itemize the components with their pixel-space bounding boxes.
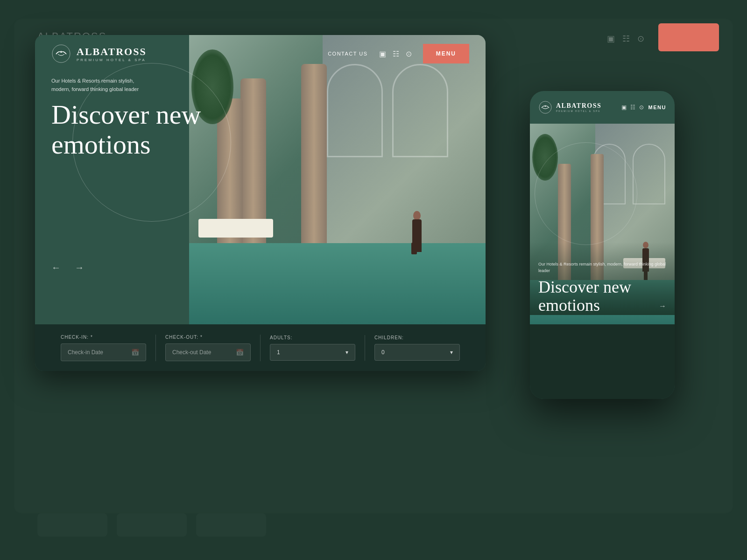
desktop-social-icons: ▣ ☷ ⊙ [379, 49, 412, 58]
mobile-next-arrow[interactable]: → [659, 302, 666, 310]
desktop-carousel-arrows: ← → [51, 262, 84, 273]
desktop-next-arrow[interactable]: → [75, 262, 84, 273]
desktop-menu-button[interactable]: MENU [423, 44, 469, 63]
desktop-adults-label: Adults: [270, 335, 355, 340]
desktop-logo: ALBATROSS PREMIUM HOTEL & SPA [51, 44, 147, 63]
desktop-adults-field: Adults: 1 ▾ [261, 335, 365, 361]
bg-social-icon-3: ⊙ [637, 34, 644, 44]
desktop-brand-tagline: PREMIUM HOTEL & SPA [77, 58, 147, 62]
desktop-hero-title-line2: emotions [51, 129, 151, 160]
svg-point-2 [539, 101, 551, 113]
desktop-children-label: Children: [374, 335, 460, 340]
desktop-hero-title: Discover new emotions [51, 100, 201, 160]
bg-tab-2 [117, 513, 187, 537]
desktop-checkin-calendar-icon: 📅 [131, 349, 139, 356]
mobile-hero-title-line1: Discover new [538, 278, 631, 296]
bg-tab-1 [37, 513, 107, 537]
mobile-menu-button[interactable]: MENU [648, 105, 666, 110]
mobile-brand-name: ALBATROSS [556, 102, 601, 110]
desktop-adults-chevron: ▾ [345, 349, 348, 356]
svg-point-1 [60, 51, 62, 53]
mobile-hero-subtitle: Our Hotels & Resorts remain stylish, mod… [538, 261, 666, 274]
desktop-logo-icon [51, 44, 71, 63]
desktop-children-value: 0 [381, 349, 385, 356]
instagram-icon[interactable]: ⊙ [406, 49, 412, 58]
background-social-icons: ▣ ☷ ⊙ [607, 34, 644, 44]
desktop-navbar: ALBATROSS PREMIUM HOTEL & SPA CONTACT US… [35, 35, 486, 72]
desktop-figure-head [413, 211, 421, 220]
desktop-hero-scene [189, 35, 486, 324]
desktop-nav-right: CONTACT US ▣ ☷ ⊙ MENU [328, 44, 469, 63]
desktop-children-chevron: ▾ [450, 349, 453, 356]
desktop-figure-leg [411, 243, 417, 254]
background-bottom-tabs [37, 513, 266, 537]
desktop-prev-arrow[interactable]: ← [51, 262, 61, 273]
foursquare-icon[interactable]: ▣ [379, 49, 386, 58]
mobile-nav-right: ▣ ☷ ⊙ MENU [621, 104, 666, 111]
desktop-adults-select[interactable]: 1 ▾ [270, 344, 355, 361]
mobile-carousel-arrows: ← → [538, 302, 666, 310]
desktop-hero-title-line1: Discover new [51, 99, 201, 130]
desktop-checkout-placeholder: Check-out Date [172, 349, 211, 356]
bg-social-icon-1: ▣ [607, 34, 615, 44]
desktop-figure [409, 196, 425, 252]
tripadvisor-icon[interactable]: ☷ [393, 49, 399, 58]
mobile-tripadvisor-icon[interactable]: ☷ [630, 104, 635, 111]
desktop-logo-text: ALBATROSS PREMIUM HOTEL & SPA [77, 46, 147, 62]
desktop-hero: Our Hotels & Resorts remain stylish, mod… [35, 35, 486, 324]
mobile-mockup: ALBATROSS PREMIUM HOTEL & SPA ▣ ☷ ⊙ MENU [530, 91, 675, 399]
desktop-checkout-label: Check-out: * [165, 335, 251, 340]
desktop-arch-1 [392, 64, 448, 157]
mobile-brand-tagline: PREMIUM HOTEL & SPA [556, 110, 601, 112]
desktop-mockup: ALBATROSS PREMIUM HOTEL & SPA CONTACT US… [35, 35, 486, 371]
desktop-brand-name: ALBATROSS [77, 46, 147, 58]
mobile-logo: ALBATROSS PREMIUM HOTEL & SPA [538, 100, 601, 114]
desktop-checkout-input[interactable]: Check-out Date 📅 [165, 343, 251, 361]
mobile-arch-1 [633, 144, 665, 204]
contact-us-link[interactable]: CONTACT US [328, 51, 368, 56]
mobile-logo-icon [538, 100, 552, 114]
desktop-hero-subtitle: Our Hotels & Resorts remain stylish, mod… [51, 77, 154, 93]
mobile-logo-text: ALBATROSS PREMIUM HOTEL & SPA [556, 102, 601, 112]
mobile-hero: Our Hotels & Resorts remain stylish, mod… [530, 124, 675, 324]
desktop-children-field: Children: 0 ▾ [365, 335, 469, 361]
desktop-checkout-field: Check-out: * Check-out Date 📅 [156, 335, 261, 361]
desktop-checkin-input[interactable]: Check-in Date 📅 [61, 343, 146, 361]
desktop-booking-bar: Check-in: * Check-in Date 📅 Check-out: *… [35, 324, 486, 371]
desktop-checkout-calendar-icon: 📅 [236, 349, 244, 356]
svg-point-3 [545, 105, 546, 107]
desktop-checkin-label: Check-in: * [61, 335, 146, 340]
mobile-foursquare-icon[interactable]: ▣ [621, 104, 627, 111]
desktop-hero-text: Our Hotels & Resorts remain stylish, mod… [51, 77, 201, 160]
mobile-prev-arrow[interactable]: ← [538, 302, 546, 310]
bg-tab-3 [196, 513, 266, 537]
mobile-instagram-icon[interactable]: ⊙ [639, 104, 644, 111]
svg-point-0 [52, 45, 70, 63]
desktop-arch-2 [327, 64, 383, 157]
background-menu-button [658, 23, 719, 51]
mobile-navbar: ALBATROSS PREMIUM HOTEL & SPA ▣ ☷ ⊙ MENU [530, 91, 675, 124]
mobile-circle-decoration [535, 142, 637, 245]
mobile-bottom-area [530, 324, 675, 399]
desktop-adults-value: 1 [277, 349, 280, 356]
bg-social-icon-2: ☷ [622, 34, 630, 44]
desktop-children-select[interactable]: 0 ▾ [374, 344, 460, 361]
desktop-pool [189, 243, 486, 324]
mobile-social-icons: ▣ ☷ ⊙ [621, 104, 644, 111]
desktop-checkin-placeholder: Check-in Date [68, 349, 103, 356]
desktop-daybed [198, 219, 273, 238]
desktop-checkin-field: Check-in: * Check-in Date 📅 [51, 335, 156, 361]
